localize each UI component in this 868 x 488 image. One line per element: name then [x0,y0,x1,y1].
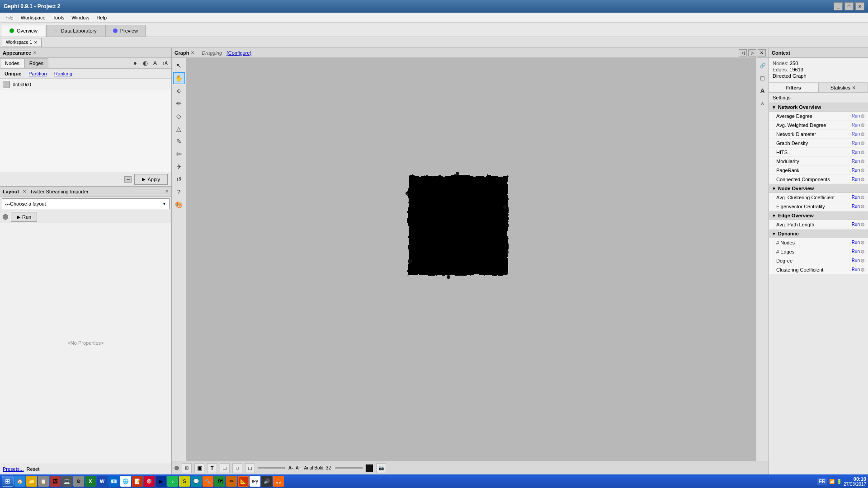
taskbar-icon-spotify[interactable]: ♪ [167,476,178,487]
start-button[interactable]: ⊞ [2,476,14,487]
menu-tools[interactable]: Tools [49,14,68,21]
graph-canvas[interactable] [186,58,756,461]
taskbar-icon-ipython[interactable]: IPy [250,476,260,487]
run-hits[interactable]: Run [852,150,864,155]
color-swatch[interactable] [3,81,10,88]
taskbar-icon-gephi[interactable]: 📝 [132,476,143,487]
bottom-tool-2[interactable]: ▣ [194,463,204,473]
taskbar-icon-explorer[interactable]: 🏠 [14,476,25,487]
rotate-tool[interactable]: ↺ [173,174,185,185]
sub-tab-unique[interactable]: Unique [2,70,24,77]
run-degree[interactable]: Run [852,258,864,263]
rect-tool[interactable]: □ [757,72,769,84]
taskbar-icon-maps[interactable]: 🗺 [214,476,225,487]
bottom-tool-3[interactable]: □ [220,463,230,473]
tab-edges[interactable]: Edges [24,58,48,68]
taskbar-icon-outlook[interactable]: 📧 [108,476,119,487]
taskbar-icon-vlc[interactable]: 🔧 [203,476,213,487]
tab-data-laboratory[interactable]: Data Laboratory [46,25,104,37]
taskbar-icon-audio[interactable]: 🔊 [261,476,272,487]
taskbar-icon-files[interactable]: 📁 [26,476,37,487]
network-toggle-icon[interactable]: ▼ [772,105,776,110]
taskbar-icon-app2[interactable]: ▶ [156,476,166,487]
taskbar-icon-docs[interactable]: 📋 [38,476,49,487]
zoom-tool[interactable]: ⊕ [173,85,185,97]
node-toggle-icon[interactable]: ▼ [772,186,776,191]
pencil-tool[interactable]: ✏ [173,98,185,109]
menu-help[interactable]: Help [93,14,110,21]
taskbar-icon-pc[interactable]: 💻 [61,476,72,487]
run-num-nodes[interactable]: Run [852,240,864,245]
menu-workspace[interactable]: Workspace [17,14,49,21]
run-eigenvector[interactable]: Run [852,204,864,209]
bottom-tool-4[interactable]: □ [232,463,242,473]
graph-close-icon[interactable]: ✕ [191,50,194,55]
tab-statistics[interactable]: Statistics ✕ [819,83,868,92]
graph-nav-prev[interactable]: ◁ [739,49,747,56]
graph-nav-next[interactable]: ▷ [748,49,756,56]
taskbar-icon-app1[interactable]: 🎯 [144,476,155,487]
color-tool[interactable]: 🎨 [173,199,185,211]
menu-window[interactable]: Window [68,14,93,21]
workspace-close-icon[interactable]: ✕ [34,40,38,45]
layout-close-icon[interactable]: ✕ [23,189,26,194]
minimize-button[interactable]: _ [834,2,843,10]
font-size-slider[interactable] [335,467,363,469]
shape-tool[interactable]: ◇ [173,110,185,122]
label-color-icon[interactable]: A [151,59,160,68]
run-avg-weighted-degree[interactable]: Run [852,122,864,127]
size-icon[interactable]: ◐ [141,59,150,68]
edit-tool[interactable]: ✎ [173,136,185,147]
workspace-tab-1[interactable]: Workspace 1 ✕ [2,38,42,47]
select-tool[interactable]: ↖ [173,60,185,71]
reset-label[interactable]: Reset [26,466,39,472]
label-tool-a[interactable]: A [757,85,769,97]
layout-panel-close[interactable]: ✕ [165,189,169,194]
color-icon[interactable]: ● [131,59,140,68]
triangle-tool[interactable]: △ [173,123,185,135]
run-average-degree[interactable]: Run [852,113,864,118]
statistics-close-icon[interactable]: ✕ [852,85,856,90]
move-tool[interactable]: ✈ [173,161,185,173]
close-button[interactable]: ✕ [855,2,864,10]
tab-overview[interactable]: Overview [2,25,45,37]
taskbar-icon-word[interactable]: W [97,476,108,487]
zoom-slider[interactable] [258,467,285,469]
screenshot-btn[interactable]: 📷 [376,463,386,473]
menu-file[interactable]: File [2,14,17,21]
taskbar-icon-excel[interactable]: X [85,476,96,487]
run-network-diameter[interactable]: Run [852,131,864,136]
tab-preview[interactable]: Preview [105,25,146,37]
dynamic-toggle-icon[interactable]: ▼ [772,231,776,236]
minimize-appearance-btn[interactable]: ─ [124,176,132,183]
bottom-tool-text[interactable]: T [207,463,217,473]
link-tool[interactable]: 🔗 [757,60,769,71]
taskbar-icon-image[interactable]: 🖼 [50,476,61,487]
run-clustering-coefficient[interactable]: Run [852,267,864,272]
help-tool[interactable]: ? [173,186,185,198]
presets-label[interactable]: Presets... [3,466,24,472]
bottom-tool-5[interactable]: □ [245,463,255,473]
bottom-tool-1[interactable]: ⊞ [182,463,192,473]
run-pagerank[interactable]: Run [852,168,864,173]
taskbar-icon-chrome[interactable]: 🌐 [120,476,131,487]
taskbar-icon-gephi2[interactable]: 📐 [238,476,249,487]
taskbar-icon-s[interactable]: S [179,476,190,487]
appearance-close-icon[interactable]: ✕ [33,50,37,55]
taskbar-icon-settings[interactable]: ⚙ [73,476,84,487]
graph-nav-expand[interactable]: ✕ [758,49,766,56]
taskbar-icon-pencil[interactable]: ✏ [226,476,237,487]
label-size-icon[interactable]: ↕A [160,59,170,68]
apply-button[interactable]: ▶ Apply [134,174,168,185]
edge-toggle-icon[interactable]: ▼ [772,213,776,218]
sub-tab-ranking[interactable]: Ranking [52,70,75,77]
maximize-button[interactable]: □ [844,2,854,10]
twitter-tab[interactable]: Twitter Streaming Importer [30,189,89,194]
label-tool-a2[interactable]: A [757,98,769,109]
run-avg-clustering[interactable]: Run [852,195,864,200]
sub-tab-partition[interactable]: Partition [26,70,49,77]
run-num-edges[interactable]: Run [852,249,864,254]
cut-tool[interactable]: ✄ [173,148,185,160]
window-controls[interactable]: _ □ ✕ [834,2,864,10]
layout-tab[interactable]: Layout [3,189,19,194]
